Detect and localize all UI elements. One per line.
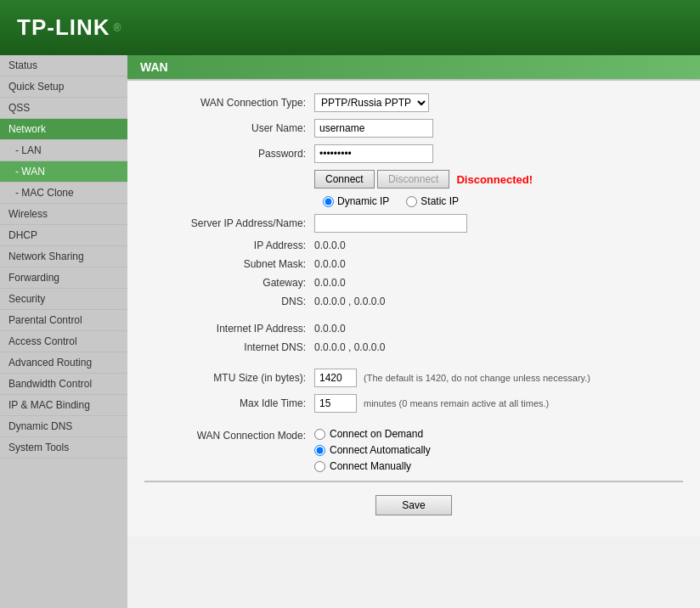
- internet-ip-label: Internet IP Address:: [144, 323, 314, 335]
- connect-automatically-label: Connect Automatically: [330, 444, 431, 456]
- static-ip-option[interactable]: Static IP: [406, 195, 459, 207]
- max-idle-label: Max Idle Time:: [144, 397, 314, 409]
- sidebar-item-security[interactable]: Security: [0, 289, 127, 310]
- subnet-mask-value: 0.0.0.0: [314, 258, 346, 270]
- max-idle-input[interactable]: [314, 394, 357, 413]
- connect-on-demand-label: Connect on Demand: [330, 428, 423, 440]
- dynamic-ip-radio[interactable]: [323, 196, 334, 207]
- sidebar-item-bandwidth-control[interactable]: Bandwidth Control: [0, 374, 127, 395]
- static-ip-radio[interactable]: [406, 196, 417, 207]
- dns-row: DNS: 0.0.0.0 , 0.0.0.0: [144, 296, 683, 307]
- dynamic-ip-option[interactable]: Dynamic IP: [323, 195, 389, 207]
- save-button[interactable]: Save: [375, 495, 451, 515]
- disconnect-button[interactable]: Disconnect: [377, 170, 449, 189]
- wan-connection-type-label: WAN Connection Type:: [144, 97, 314, 109]
- connect-automatically-option[interactable]: Connect Automatically: [314, 444, 431, 456]
- subnet-mask-label: Subnet Mask:: [144, 258, 314, 270]
- sidebar-item-status[interactable]: Status: [0, 55, 127, 76]
- subnet-mask-row: Subnet Mask: 0.0.0.0: [144, 258, 683, 270]
- sidebar-item-access-control[interactable]: Access Control: [0, 331, 127, 352]
- content-area: WAN Connection Type: PPTP/Russia PPTP Us…: [127, 81, 700, 537]
- wan-mode-row: WAN Connection Mode: Connect on Demand C…: [144, 428, 683, 472]
- page-title: WAN: [140, 60, 168, 74]
- connect-row: Connect Disconnect Disconnected!: [144, 170, 683, 189]
- sidebar-item-lan[interactable]: - LAN: [0, 140, 127, 161]
- internet-ip-row: Internet IP Address: 0.0.0.0: [144, 323, 683, 335]
- connect-manually-label: Connect Manually: [330, 460, 411, 472]
- gateway-value: 0.0.0.0: [314, 277, 346, 289]
- connect-on-demand-radio[interactable]: [314, 429, 325, 440]
- password-row: Password:: [144, 144, 683, 163]
- gateway-label: Gateway:: [144, 277, 314, 289]
- page-title-bar: WAN: [127, 55, 700, 79]
- sidebar-item-network-sharing[interactable]: Network Sharing: [0, 246, 127, 267]
- sidebar-item-wan[interactable]: - WAN: [0, 161, 127, 183]
- logo: TP-LINK: [17, 14, 110, 41]
- ip-mode-row: Dynamic IP Static IP: [323, 195, 683, 207]
- sidebar-item-mac-clone[interactable]: - MAC Clone: [0, 183, 127, 204]
- max-idle-row: Max Idle Time: minutes (0 means remain a…: [144, 394, 683, 413]
- username-label: User Name:: [144, 122, 314, 134]
- layout: Status Quick Setup QSS Network - LAN - W…: [0, 55, 700, 608]
- sidebar-item-ip-mac-binding[interactable]: IP & MAC Binding: [0, 395, 127, 416]
- password-input[interactable]: [314, 144, 433, 163]
- static-ip-label: Static IP: [421, 195, 459, 207]
- max-idle-note: minutes (0 means remain active at all ti…: [364, 398, 549, 408]
- connect-manually-option[interactable]: Connect Manually: [314, 460, 431, 472]
- wan-connection-type-row: WAN Connection Type: PPTP/Russia PPTP: [144, 93, 683, 112]
- sidebar-item-network[interactable]: Network: [0, 119, 127, 140]
- mtu-label: MTU Size (in bytes):: [144, 372, 314, 384]
- username-input[interactable]: [314, 119, 433, 138]
- dns-label: DNS:: [144, 296, 314, 307]
- connect-button[interactable]: Connect: [314, 170, 375, 189]
- connection-status: Disconnected!: [456, 173, 533, 186]
- connect-manually-radio[interactable]: [314, 461, 325, 472]
- connect-automatically-radio[interactable]: [314, 445, 325, 456]
- header: TP-LINK ®: [0, 0, 700, 55]
- server-ip-row: Server IP Address/Name:: [144, 214, 683, 233]
- wan-mode-label: WAN Connection Mode:: [144, 428, 314, 442]
- ip-address-row: IP Address: 0.0.0.0: [144, 239, 683, 251]
- dns-value: 0.0.0.0 , 0.0.0.0: [314, 296, 385, 307]
- wan-mode-options: Connect on Demand Connect Automatically …: [314, 428, 431, 472]
- sidebar-item-qss[interactable]: QSS: [0, 98, 127, 119]
- username-row: User Name:: [144, 119, 683, 138]
- server-ip-label: Server IP Address/Name:: [144, 217, 314, 229]
- bottom-divider: [144, 481, 683, 482]
- internet-dns-value: 0.0.0.0 , 0.0.0.0: [314, 341, 385, 353]
- sidebar-item-dynamic-dns[interactable]: Dynamic DNS: [0, 416, 127, 437]
- ip-address-value: 0.0.0.0: [314, 239, 346, 251]
- sidebar-item-wireless[interactable]: Wireless: [0, 204, 127, 225]
- internet-dns-row: Internet DNS: 0.0.0.0 , 0.0.0.0: [144, 341, 683, 353]
- wan-connection-type-select[interactable]: PPTP/Russia PPTP: [314, 93, 429, 112]
- main-panel: WAN WAN Connection Type: PPTP/Russia PPT…: [127, 55, 700, 608]
- dynamic-ip-label: Dynamic IP: [337, 195, 389, 207]
- mtu-note: (The default is 1420, do not change unle…: [364, 373, 590, 383]
- sidebar-item-forwarding[interactable]: Forwarding: [0, 267, 127, 289]
- internet-ip-value: 0.0.0.0: [314, 323, 346, 335]
- sidebar-item-system-tools[interactable]: System Tools: [0, 437, 127, 459]
- connect-on-demand-option[interactable]: Connect on Demand: [314, 428, 431, 440]
- mtu-row: MTU Size (in bytes): (The default is 142…: [144, 369, 683, 387]
- password-label: Password:: [144, 148, 314, 160]
- mtu-input[interactable]: [314, 369, 357, 387]
- sidebar: Status Quick Setup QSS Network - LAN - W…: [0, 55, 127, 608]
- gateway-row: Gateway: 0.0.0.0: [144, 277, 683, 289]
- internet-dns-label: Internet DNS:: [144, 341, 314, 353]
- sidebar-item-quick-setup[interactable]: Quick Setup: [0, 76, 127, 98]
- sidebar-item-dhcp[interactable]: DHCP: [0, 225, 127, 246]
- sidebar-item-parental-control[interactable]: Parental Control: [0, 310, 127, 331]
- save-row: Save: [144, 495, 683, 524]
- sidebar-item-advanced-routing[interactable]: Advanced Routing: [0, 352, 127, 374]
- ip-address-label: IP Address:: [144, 239, 314, 251]
- server-ip-input[interactable]: [314, 214, 467, 233]
